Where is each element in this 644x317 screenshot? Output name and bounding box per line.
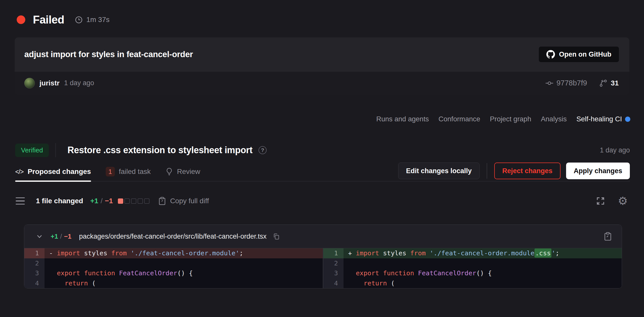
- code-line: + import styles from './feat-cancel-orde…: [344, 248, 622, 258]
- diff-body: 1- import styles from './feat-cancel-ord…: [24, 248, 622, 288]
- fix-header: Verified Restore .css extension to style…: [15, 141, 630, 159]
- workspace-nav: Runs and agents Conformance Project grap…: [0, 113, 630, 125]
- open-on-github-button[interactable]: Open on GitHub: [539, 46, 619, 62]
- edit-changes-locally-button[interactable]: Edit changes locally: [398, 163, 480, 179]
- code-line: export function FeatCancelOrder() {: [45, 268, 323, 278]
- status-label: Failed: [33, 13, 64, 26]
- diff-toolbar-icons: ⚙: [596, 195, 628, 207]
- line-number: 4: [24, 278, 45, 288]
- files-changed-label: 1 file changed: [36, 197, 83, 205]
- failed-count-badge: 1: [106, 167, 115, 176]
- diff-panel: +1 / −1 packages/orders/feat-cancel-orde…: [24, 224, 622, 288]
- diffstat-square-empty: [144, 198, 149, 204]
- divider: [55, 143, 56, 157]
- diffstat-square-filled: [118, 198, 123, 204]
- page: { "status": { "label": "Failed", "durati…: [0, 0, 644, 317]
- tab-proposed-changes[interactable]: </> Proposed changes: [15, 162, 91, 181]
- apply-changes-button[interactable]: Apply changes: [566, 163, 630, 179]
- commit-hash-value: 9778b7f9: [556, 79, 587, 87]
- nav-item-self-healing-ci[interactable]: Self-healing CI: [576, 115, 630, 123]
- copy-full-diff-button[interactable]: Copy full diff: [158, 197, 209, 205]
- diff-line: 3 export function FeatCancelOrder() {: [24, 268, 323, 278]
- diff-toolbar: 1 file changed +1 / −1 Copy full diff ⚙: [16, 194, 628, 208]
- help-icon[interactable]: ?: [259, 146, 267, 154]
- diff-line: 2: [323, 258, 622, 268]
- diffstat-square-empty: [131, 198, 136, 204]
- commit-card-meta: juristr 1 day ago 9778b7f9 31: [15, 71, 629, 95]
- commit-author: juristr: [39, 79, 59, 87]
- commit-card: adjust import for styles in feat-cancel-…: [15, 37, 629, 95]
- fix-time-ago: 1 day ago: [600, 146, 630, 154]
- code-line: [344, 258, 622, 268]
- notification-dot-icon: [625, 117, 630, 122]
- tab-review[interactable]: Review: [165, 162, 200, 181]
- diff-pane-left: 1- import styles from './feat-cancel-ord…: [24, 248, 323, 288]
- file-diff-stats: +1 / −1: [51, 233, 72, 240]
- code-line: export function FeatCancelOrder() {: [344, 268, 622, 278]
- related-runs[interactable]: 31: [599, 79, 619, 87]
- nav-item-conformance[interactable]: Conformance: [439, 115, 480, 123]
- reject-changes-button[interactable]: Reject changes: [494, 163, 561, 179]
- copy-file-diff-icon[interactable]: [604, 232, 612, 241]
- line-number: 1: [323, 248, 344, 258]
- diff-line: 1+ import styles from './feat-cancel-ord…: [323, 248, 622, 258]
- diff-pane-right: 1+ import styles from './feat-cancel-ord…: [323, 248, 622, 288]
- line-number: 3: [323, 268, 344, 278]
- code-line: return (: [344, 278, 622, 288]
- diff-line: 2: [24, 258, 323, 268]
- nav-item-analysis[interactable]: Analysis: [541, 115, 567, 123]
- clipboard-icon: [158, 197, 166, 205]
- file-path: packages/orders/feat-cancel-order/src/li…: [79, 233, 267, 240]
- settings-gear-icon[interactable]: ⚙: [618, 195, 628, 207]
- expand-icon[interactable]: [596, 196, 605, 206]
- diff-line: 4 return (: [323, 278, 622, 288]
- diff-line: 3 export function FeatCancelOrder() {: [323, 268, 622, 278]
- verified-badge: Verified: [15, 144, 49, 157]
- deletions-count: −1: [105, 197, 113, 205]
- file-list-menu-icon[interactable]: [16, 197, 25, 205]
- diffstat-square-empty: [138, 198, 143, 204]
- clock-icon: [75, 16, 83, 24]
- github-icon: [546, 50, 555, 59]
- line-number: 2: [323, 258, 344, 268]
- diff-stats: +1 / −1: [90, 197, 113, 205]
- line-number: 1: [24, 248, 45, 258]
- avatar: [24, 78, 35, 88]
- fix-title: Restore .css extension to stylesheet imp…: [68, 145, 252, 155]
- code-line: - import styles from './feat-cancel-orde…: [45, 248, 323, 258]
- nav-item-runs-and-agents[interactable]: Runs and agents: [376, 115, 429, 123]
- line-number: 2: [24, 258, 45, 268]
- related-runs-count: 31: [611, 79, 619, 87]
- diffstat-squares: [118, 198, 149, 204]
- failed-status-icon: [17, 15, 25, 24]
- branch-icon: [599, 79, 607, 87]
- nav-item-project-graph[interactable]: Project graph: [490, 115, 531, 123]
- fix-actions: Edit changes locally Reject changes Appl…: [398, 163, 630, 179]
- commit-card-top: adjust import for styles in feat-cancel-…: [15, 37, 629, 71]
- github-button-label: Open on GitHub: [559, 51, 611, 58]
- copy-path-icon[interactable]: [273, 233, 280, 240]
- diff-file-header: +1 / −1 packages/orders/feat-cancel-orde…: [24, 225, 622, 248]
- diff-line: 1- import styles from './feat-cancel-ord…: [24, 248, 323, 258]
- run-duration: 1m 37s: [86, 16, 110, 24]
- commit-icon: [545, 79, 553, 87]
- line-number: 3: [24, 268, 45, 278]
- line-number: 4: [323, 278, 344, 288]
- additions-count: +1: [90, 197, 98, 205]
- diffstat-square-empty: [124, 198, 130, 204]
- commit-time-ago: 1 day ago: [64, 79, 94, 87]
- code-line: [45, 258, 323, 268]
- code-icon: </>: [15, 168, 24, 175]
- run-status-header: Failed 1m 37s: [17, 13, 644, 27]
- lightbulb-icon: [165, 168, 173, 176]
- chevron-down-icon[interactable]: [35, 232, 44, 240]
- fix-tabs-row: </> Proposed changes 1 failed task Revie…: [15, 162, 630, 182]
- tab-failed-task[interactable]: 1 failed task: [106, 162, 151, 181]
- code-line: return (: [45, 278, 323, 288]
- commit-title: adjust import for styles in feat-cancel-…: [24, 50, 539, 59]
- diff-line: 4 return (: [24, 278, 323, 288]
- commit-hash[interactable]: 9778b7f9: [545, 79, 587, 87]
- divider: [487, 163, 487, 179]
